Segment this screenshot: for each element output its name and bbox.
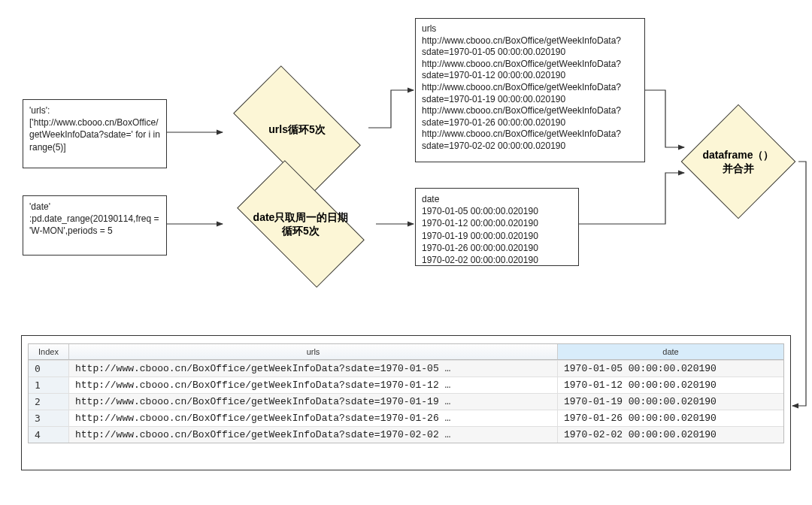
date-loop-diamond: date只取周一的日期 循环5次 <box>222 179 380 269</box>
cell-index: 1 <box>29 376 69 393</box>
date-loop-label: date只取周一的日期 循环5次 <box>222 179 380 269</box>
urls-output-box: urls http://www.cbooo.cn/BoxOffice/getWe… <box>415 18 645 162</box>
result-table-container: Index urls date 0http://www.cbooo.cn/Box… <box>21 335 791 470</box>
urls-input-box: 'urls': ['http://www.cbooo.cn/BoxOffice/… <box>23 99 167 168</box>
cell-url: http://www.cbooo.cn/BoxOffice/getWeekInf… <box>69 393 558 410</box>
col-header-date: date <box>558 344 783 359</box>
urls-loop-diamond: urls循环5次 <box>222 84 372 174</box>
cell-url: http://www.cbooo.cn/BoxOffice/getWeekInf… <box>69 376 558 393</box>
table-row: 4http://www.cbooo.cn/BoxOffice/getWeekIn… <box>29 426 783 443</box>
cell-date: 1970-01-19 00:00:00.020190 <box>558 393 783 410</box>
merge-diamond: dataframe（） 并合并 <box>677 113 800 210</box>
merge-label: dataframe（） 并合并 <box>677 113 800 210</box>
result-datagrid: Index urls date 0http://www.cbooo.cn/Box… <box>28 343 784 443</box>
cell-date: 1970-01-05 00:00:00.020190 <box>558 360 783 376</box>
table-row: 3http://www.cbooo.cn/BoxOffice/getWeekIn… <box>29 410 783 426</box>
cell-index: 0 <box>29 360 69 376</box>
table-row: 0http://www.cbooo.cn/BoxOffice/getWeekIn… <box>29 360 783 376</box>
table-row: 1http://www.cbooo.cn/BoxOffice/getWeekIn… <box>29 376 783 393</box>
col-header-urls: urls <box>69 344 558 359</box>
cell-index: 3 <box>29 410 69 426</box>
urls-loop-label: urls循环5次 <box>222 84 372 174</box>
cell-index: 4 <box>29 426 69 443</box>
cell-url: http://www.cbooo.cn/BoxOffice/getWeekInf… <box>69 426 558 443</box>
table-row: 2http://www.cbooo.cn/BoxOffice/getWeekIn… <box>29 393 783 410</box>
cell-index: 2 <box>29 393 69 410</box>
table-header-row: Index urls date <box>29 344 783 360</box>
col-header-index: Index <box>29 344 69 359</box>
cell-url: http://www.cbooo.cn/BoxOffice/getWeekInf… <box>69 410 558 426</box>
cell-date: 1970-01-12 00:00:00.020190 <box>558 376 783 393</box>
cell-date: 1970-01-26 00:00:00.020190 <box>558 410 783 426</box>
cell-url: http://www.cbooo.cn/BoxOffice/getWeekInf… <box>69 360 558 376</box>
table-body: 0http://www.cbooo.cn/BoxOffice/getWeekIn… <box>29 360 783 443</box>
date-input-box: 'date' :pd.date_range(20190114,freq = 'W… <box>23 195 167 256</box>
cell-date: 1970-02-02 00:00:00.020190 <box>558 426 783 443</box>
date-output-box: date 1970-01-05 00:00:00.020190 1970-01-… <box>415 188 579 266</box>
